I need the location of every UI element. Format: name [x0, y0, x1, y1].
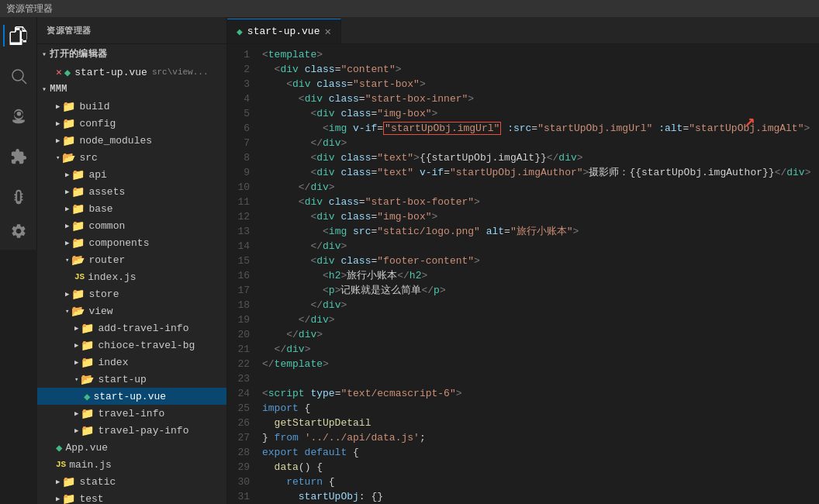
line-number: 22: [227, 357, 262, 371]
file-start-up-vue[interactable]: ◆ start-up.vue: [37, 388, 226, 405]
line-content: } from '../../api/data.js';: [262, 430, 426, 445]
line-content: </div>: [262, 298, 347, 312]
folder-common[interactable]: ▶ 📁 common: [37, 217, 226, 234]
vue-file-icon: ◆: [64, 66, 71, 79]
close-icon[interactable]: ✕: [56, 66, 62, 78]
resource-manager-label: 资源管理器: [6, 2, 53, 16]
line-content: <div class="img-box">: [262, 106, 437, 121]
activity-git-icon[interactable]: [3, 101, 34, 132]
line-content: </div>: [262, 136, 347, 150]
folder-add-travel-info[interactable]: ▶ 📁 add-travel-info: [37, 319, 226, 337]
line-number: 14: [227, 239, 262, 254]
vue-tab-icon: ◆: [237, 26, 243, 38]
line-content: <img src="static/logo.png" alt="旅行小账本">: [262, 224, 579, 239]
folder-start-up[interactable]: ▾ 📂 start-up: [37, 371, 226, 388]
activity-settings-icon[interactable]: [3, 216, 34, 247]
folder-test[interactable]: ▶ 📁 test: [37, 490, 226, 504]
folder-assets[interactable]: ▶ 📁 assets: [37, 183, 226, 200]
code-line: 12 <div class="img-box">: [227, 209, 819, 224]
folder-index-view[interactable]: ▶ 📁 index: [37, 354, 226, 371]
sidebar-header: 资源管理器: [37, 17, 226, 44]
top-bar: 资源管理器: [0, 0, 819, 17]
project-root[interactable]: ▾ MMM: [37, 81, 226, 98]
file-main-js[interactable]: JS main.js: [37, 456, 226, 473]
add-travel-info-chevron: ▶: [74, 324, 78, 333]
activity-debug-icon[interactable]: [3, 181, 34, 212]
activity-files-icon[interactable]: [3, 20, 34, 51]
folder-chioce-travel-bg[interactable]: ▶ 📁 chioce-travel-bg: [37, 337, 226, 354]
open-file-item[interactable]: ✕ ◆ start-up.vue src\view...: [37, 64, 226, 81]
line-number: 11: [227, 195, 262, 209]
travel-pay-info-chevron: ▶: [74, 426, 78, 435]
folder-icon: 📁: [81, 322, 94, 335]
folder-store-label: store: [88, 288, 119, 300]
line-content: data() {: [262, 460, 323, 475]
folder-node-modules[interactable]: ▶ 📁 node_modules: [37, 132, 226, 149]
file-index-js-router[interactable]: JS index.js: [37, 268, 226, 285]
folder-config-label: config: [79, 118, 116, 129]
folder-components[interactable]: ▶ 📁 components: [37, 234, 226, 251]
line-content: <div class="content">: [262, 62, 402, 77]
line-number: 9: [227, 165, 262, 180]
folder-base[interactable]: ▶ 📁 base: [37, 200, 226, 217]
line-content: <template>: [262, 47, 323, 62]
activity-bar: [0, 17, 37, 504]
code-line: 14 </div>: [227, 239, 819, 254]
activity-extensions-icon[interactable]: [3, 141, 34, 172]
folder-build[interactable]: ▶ 📁 build: [37, 98, 226, 115]
line-number: 24: [227, 386, 262, 401]
folder-view[interactable]: ▾ 📂 view: [37, 302, 226, 319]
line-content: <div class="footer-content">: [262, 254, 480, 268]
folder-travel-info[interactable]: ▶ 📁 travel-info: [37, 405, 226, 422]
file-app-vue[interactable]: ◆ App.vue: [37, 439, 226, 456]
code-line: 2 <div class="content">: [227, 62, 819, 77]
folder-icon: 📂: [71, 254, 85, 267]
folder-api[interactable]: ▶ 📁 api: [37, 166, 226, 183]
file-index-js-label: index.js: [88, 271, 136, 283]
project-chevron: ▾: [42, 85, 47, 94]
code-line: 30 return {: [227, 475, 819, 489]
code-line: 19 </div>: [227, 312, 819, 327]
tab-filename: start-up.vue: [247, 26, 320, 37]
activity-search-icon[interactable]: [3, 60, 34, 91]
line-content: </div>: [262, 180, 335, 195]
code-line: 16 <h2>旅行小账本</h2>: [227, 268, 819, 283]
folder-router[interactable]: ▾ 📂 router: [37, 251, 226, 268]
line-number: 3: [227, 77, 262, 91]
folder-index-view-label: index: [98, 357, 128, 368]
code-line: 5 <div class="img-box">: [227, 106, 819, 121]
api-chevron: ▶: [65, 171, 69, 179]
open-file-name: start-up.vue: [74, 67, 147, 78]
editor-tab-start-up-vue[interactable]: ◆ start-up.vue ✕: [227, 19, 341, 43]
project-name: MMM: [50, 84, 67, 95]
folder-config[interactable]: ▶ 📁 config: [37, 115, 226, 132]
open-editors-chevron: ▾: [42, 50, 47, 59]
line-content: export default {: [262, 445, 359, 460]
folder-travel-pay-info-label: travel-pay-info: [98, 425, 188, 437]
tab-bar: ◆ start-up.vue ✕: [227, 17, 819, 44]
line-content: <div class="start-box-inner">: [262, 91, 474, 106]
code-line: 23: [227, 371, 819, 386]
line-number: 29: [227, 460, 262, 475]
tab-close-button[interactable]: ✕: [324, 25, 330, 38]
code-line: 26 getStartUpDetail: [227, 416, 819, 430]
folder-store[interactable]: ▶ 📁 store: [37, 285, 226, 302]
chioce-travel-bg-chevron: ▶: [74, 341, 78, 350]
build-chevron: ▶: [56, 102, 60, 111]
folder-assets-label: assets: [88, 186, 125, 198]
code-line: 11 <div class="start-box-footer">: [227, 195, 819, 209]
folder-travel-pay-info[interactable]: ▶ 📁 travel-pay-info: [37, 422, 226, 439]
open-editors-section[interactable]: ▾ 打开的编辑器: [37, 44, 226, 64]
file-app-vue-label: App.vue: [65, 442, 108, 454]
folder-src[interactable]: ▾ 📂 src: [37, 149, 226, 166]
src-chevron: ▾: [56, 154, 60, 162]
folder-static[interactable]: ▶ 📁 static: [37, 473, 226, 490]
js-icon: JS: [74, 272, 85, 281]
folder-icon: 📁: [81, 407, 94, 420]
code-line: 9 <div class="text" v-if="startUpObj.img…: [227, 165, 819, 180]
code-line: 25import {: [227, 401, 819, 416]
code-line: 15 <div class="footer-content">: [227, 254, 819, 268]
code-editor[interactable]: 1<template>2 <div class="content">3 <div…: [227, 44, 819, 504]
line-number: 4: [227, 91, 262, 106]
line-number: 8: [227, 150, 262, 165]
